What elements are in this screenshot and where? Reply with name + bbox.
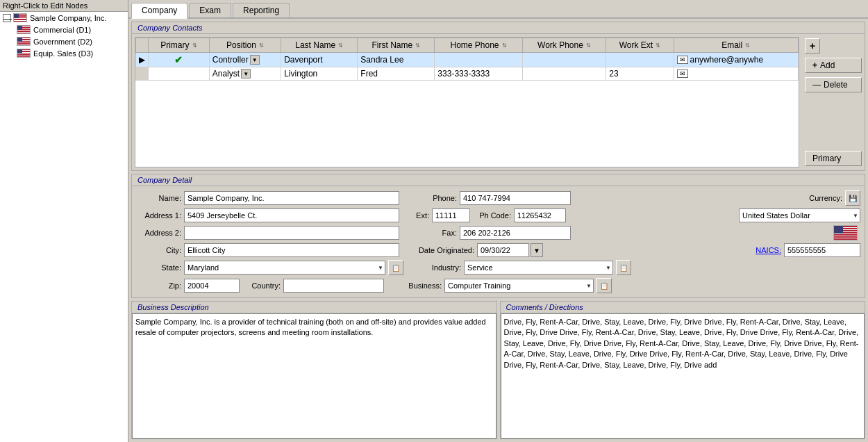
- position-dropdown-1[interactable]: ▼: [250, 55, 260, 65]
- industry-select[interactable]: Service: [464, 261, 613, 275]
- sort-primary[interactable]: ⇅: [192, 42, 197, 49]
- calendar-button[interactable]: ▼: [531, 243, 543, 257]
- sidebar-item-commercial-label: Commercial (D1): [33, 26, 91, 34]
- ext-input[interactable]: [432, 208, 470, 222]
- zip-input[interactable]: [184, 279, 240, 293]
- sidebar-item-equip-sales[interactable]: Equip. Sales (D3): [14, 47, 128, 59]
- add-button[interactable]: + Add: [805, 58, 862, 73]
- flag-icon-root: [13, 13, 27, 22]
- tab-bar: Company Exam Reporting: [128, 0, 868, 19]
- comments-panel: Comments / Directions Drive, Fly, Rent-A…: [500, 301, 866, 439]
- th-position: Position ⇅: [209, 38, 281, 53]
- business-desc-header: Business Description: [132, 302, 496, 313]
- sort-workext[interactable]: ⇅: [656, 42, 660, 49]
- comments-header: Comments / Directions: [501, 302, 865, 313]
- business-desc-textarea[interactable]: Sample Company, Inc. is a provider of te…: [132, 313, 496, 439]
- business-label: Business:: [397, 281, 442, 290]
- row-arrow-1: ▶: [136, 53, 149, 67]
- table-row[interactable]: ▶ ✔ Controller ▼ Davenport: [136, 53, 799, 67]
- contacts-section-panel: Company Contacts Primary: [131, 22, 865, 171]
- row-workphone-1: [522, 53, 606, 67]
- delete-button[interactable]: — Delete: [805, 77, 862, 92]
- delete-btn-icon: —: [812, 80, 821, 90]
- phone-input[interactable]: [460, 191, 571, 205]
- sort-firstname[interactable]: ⇅: [415, 42, 420, 49]
- add-btn-icon: +: [812, 60, 817, 70]
- row-lastname-2: Livington: [281, 67, 358, 81]
- business-desc-panel: Business Description Sample Company, Inc…: [131, 301, 497, 439]
- row-email-1: ✉ anywhere@anywhe: [674, 53, 798, 67]
- tree-root-label[interactable]: Sample Company, Inc.: [30, 14, 106, 22]
- currency-select[interactable]: United States Dollar: [739, 208, 860, 222]
- country-input[interactable]: [283, 279, 384, 293]
- th-arrow: [136, 38, 149, 53]
- address2-input[interactable]: [184, 226, 399, 240]
- naics-link[interactable]: NAICS:: [756, 246, 781, 254]
- address1-input[interactable]: [184, 208, 399, 222]
- sort-position[interactable]: ⇅: [259, 42, 264, 49]
- sort-email[interactable]: ⇅: [745, 42, 750, 49]
- email-icon-2[interactable]: ✉: [677, 69, 688, 78]
- row-firstname-2: Fred: [358, 67, 435, 81]
- contacts-table: Primary ⇅ Position ⇅: [135, 38, 799, 81]
- tab-company[interactable]: Company: [131, 3, 187, 19]
- state-select[interactable]: Maryland: [184, 261, 385, 275]
- date-originated-input[interactable]: [477, 243, 529, 257]
- add-icon-btn[interactable]: +: [805, 38, 820, 54]
- sort-workphone[interactable]: ⇅: [586, 42, 591, 49]
- tab-exam[interactable]: Exam: [189, 3, 231, 17]
- th-primary: Primary ⇅: [149, 38, 210, 53]
- tree-root-item[interactable]: — Sample Company, Inc.: [0, 12, 128, 24]
- currency-icon-btn[interactable]: 💾: [845, 190, 860, 206]
- company-detail-header: Company Detail: [132, 174, 865, 186]
- country-label: Country:: [242, 281, 281, 290]
- company-detail-panel: Company Detail Name: Phone: Currency: 💾: [131, 174, 865, 298]
- address1-label: Address 1:: [136, 211, 181, 220]
- industry-label: Industry:: [416, 263, 461, 272]
- flag-icon-equip: [17, 49, 31, 58]
- tree-root-checkbox[interactable]: —: [3, 14, 11, 22]
- email-icon-1[interactable]: ✉: [677, 56, 688, 64]
- tab-reporting[interactable]: Reporting: [233, 3, 290, 17]
- naics-input[interactable]: [784, 243, 860, 257]
- city-input[interactable]: [184, 243, 399, 257]
- fax-input[interactable]: [460, 226, 571, 240]
- content-area: Company Contacts Primary: [128, 19, 868, 442]
- city-label: City:: [136, 246, 181, 254]
- th-firstname: First Name ⇅: [358, 38, 435, 53]
- address2-label: Address 2:: [136, 229, 181, 237]
- name-input[interactable]: [184, 191, 399, 205]
- phone-label: Phone:: [412, 194, 457, 202]
- comments-textarea[interactable]: Drive, Fly, Rent-A-Car, Drive, Stay, Lea…: [501, 313, 865, 439]
- row-position-1: Controller ▼: [209, 53, 281, 67]
- fax-label: Fax:: [412, 229, 457, 237]
- business-select[interactable]: Computer Training: [444, 279, 594, 293]
- sidebar-item-government[interactable]: Government (D2): [14, 35, 128, 47]
- table-row[interactable]: Analyst ▼ Livington Fred 333-333-3333 23: [136, 67, 799, 81]
- row-workext-2: 23: [606, 67, 674, 81]
- main-content: Company Exam Reporting Company Contacts: [128, 0, 868, 442]
- row-position-2: Analyst ▼: [209, 67, 281, 81]
- row-firstname-1: Sandra Lee: [358, 53, 435, 67]
- primary-button[interactable]: Primary: [805, 151, 862, 166]
- sidebar: Right-Click to Edit Nodes — Sample Compa…: [0, 0, 128, 442]
- business-icon-btn[interactable]: 📋: [596, 278, 612, 293]
- tree-children: Commercial (D1) Government (D2) Equip. S…: [14, 24, 128, 59]
- flag-icon-government: [17, 37, 31, 46]
- th-lastname: Last Name ⇅: [281, 38, 358, 53]
- contacts-section-header: Company Contacts: [132, 22, 865, 34]
- industry-icon-btn[interactable]: 📋: [616, 260, 631, 275]
- sort-homephone[interactable]: ⇅: [502, 42, 507, 49]
- add-icon: +: [810, 40, 815, 51]
- row-primary-2: [149, 67, 210, 81]
- state-icon-btn[interactable]: 📋: [388, 260, 403, 275]
- bottom-sections: Business Description Sample Company, Inc…: [131, 301, 865, 439]
- sidebar-header: Right-Click to Edit Nodes: [0, 0, 128, 12]
- row-primary-1: ✔: [149, 53, 210, 67]
- position-dropdown-2[interactable]: ▼: [241, 69, 251, 79]
- phcode-input[interactable]: [514, 208, 566, 222]
- sort-lastname[interactable]: ⇅: [338, 42, 343, 49]
- name-label: Name:: [136, 194, 181, 202]
- phcode-label: Ph Code:: [473, 211, 511, 220]
- sidebar-item-commercial[interactable]: Commercial (D1): [14, 24, 128, 35]
